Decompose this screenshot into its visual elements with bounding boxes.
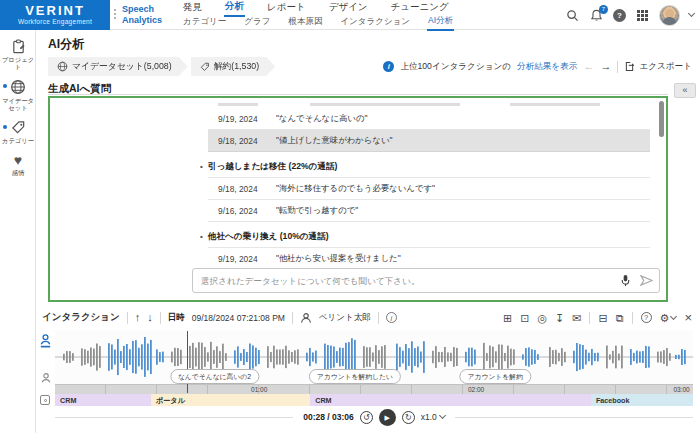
quote-date: 9/19, 2024 <box>218 114 276 124</box>
reason-heading: 他社への乗り換え (10%の通話) <box>208 222 650 247</box>
nav-design[interactable]: デザイン <box>328 0 369 16</box>
nav-report[interactable]: レポート <box>266 0 307 16</box>
next-interaction-icon[interactable]: ↓ <box>147 312 153 323</box>
active-indicator-dot <box>3 84 7 88</box>
save-frame-icon[interactable]: ⊟ <box>598 312 607 324</box>
subnav-ai-analysis[interactable]: AI分析 <box>427 15 454 31</box>
customer-speaker-icon[interactable] <box>40 372 52 384</box>
subnav-categories[interactable]: カテゴリー <box>182 16 227 30</box>
sidebar-item-my-datasets[interactable]: マイデータセット <box>0 70 36 111</box>
timeline-ruler[interactable]: 01:00 02:00 03:00 <box>55 384 693 394</box>
quote-text: "なんでそんなに高いの" <box>276 113 367 124</box>
search-icon[interactable] <box>565 8 580 23</box>
chevron-down-icon <box>439 412 446 419</box>
microphone-icon[interactable] <box>617 273 633 289</box>
attach-data-icon[interactable]: ⊞ <box>503 312 512 324</box>
quote-row-highlighted[interactable]: 9/18, 2024 "値上げした意味がわからない" <box>208 130 650 152</box>
logo-subtitle: Workforce Engagement <box>0 18 110 25</box>
speaker-column <box>36 330 55 404</box>
app-grid-icon[interactable] <box>635 8 650 23</box>
chat-input-box <box>192 268 660 293</box>
chat-input[interactable] <box>193 276 617 286</box>
gear-icon: ⚙ <box>660 312 670 324</box>
channel-segments: CRM ポータル CRM Facebook <box>55 394 693 406</box>
email-icon[interactable]: ✉ <box>572 312 581 324</box>
segment-3[interactable]: Facebook <box>591 394 693 406</box>
quote-date: 9/18, 2024 <box>218 184 276 194</box>
playback-speed-selector[interactable]: x1.0 <box>421 412 445 422</box>
subnav-root-cause[interactable]: 根本原因 <box>287 16 323 30</box>
results-toolbar: i 上位100インタラクションの 分析結果を表示 ← → エクスポート <box>383 57 692 76</box>
user-avatar[interactable] <box>659 5 680 26</box>
collapse-panel-button[interactable]: « <box>674 83 696 98</box>
divider <box>127 312 128 324</box>
previous-interaction-icon[interactable]: ↑ <box>135 312 141 323</box>
segment-2[interactable]: CRM <box>310 394 591 406</box>
prev-arrow-icon[interactable]: ← <box>583 61 594 72</box>
annotation-bubble[interactable]: アカウントを解約 <box>460 369 531 384</box>
product-name: Speech Analytics <box>122 4 162 25</box>
clipped-row <box>210 100 640 107</box>
notifications-bell-icon[interactable]: 7 <box>589 8 604 23</box>
segment-0[interactable]: CRM <box>55 394 151 406</box>
divider <box>292 312 293 324</box>
next-arrow-icon[interactable]: → <box>600 61 611 72</box>
subnav-graph[interactable]: グラフ <box>243 16 271 30</box>
breadcrumb-label: 解約(1,530) <box>214 61 259 73</box>
sidebar-item-label: 感情 <box>0 169 36 176</box>
sidebar-item-projects[interactable]: プロジェクト <box>0 30 36 70</box>
main-navigation: 発見 分析 レポート デザイン チューニング カテゴリー グラフ 根本原因 イン… <box>182 0 471 30</box>
metadata-row-icon[interactable] <box>40 395 50 405</box>
reason-heading: 引っ越しまたは移住 (22%の通話) <box>208 152 650 177</box>
quote-row[interactable]: 9/18, 2024 "海外に移住するのでもう必要ないんです" <box>208 177 650 200</box>
quote-row[interactable]: 9/19, 2024 "他社から安い提案を受けました" <box>208 247 650 270</box>
record-icon[interactable]: ◎ <box>537 312 547 324</box>
chat-answer-list: 9/19, 2024 "なんでそんなに高いの" 9/18, 2024 "値上げし… <box>208 108 650 292</box>
download-icon[interactable]: ↧ <box>555 312 564 324</box>
quote-row[interactable]: 9/19, 2024 "なんでそんなに高いの" <box>208 108 650 130</box>
divider <box>455 417 693 418</box>
agent-speaker-icon[interactable] <box>39 333 52 348</box>
app-window: VERINT Workforce Engagement Speech Analy… <box>0 0 700 433</box>
sidebar-item-label: カテゴリー <box>0 137 36 144</box>
interaction-info-icon[interactable]: i <box>386 312 397 323</box>
nav-tuning[interactable]: チューニング <box>390 0 450 16</box>
quote-text: "他社から安い提案を受けました" <box>276 253 401 264</box>
genai-chat-panel: 9/19, 2024 "なんでそんなに高いの" 9/18, 2024 "値上げし… <box>48 96 668 302</box>
scrollbar[interactable] <box>659 101 664 137</box>
show-results-link[interactable]: 分析結果を表示 <box>517 61 577 73</box>
sidebar-item-categories[interactable]: カテゴリー <box>0 111 36 144</box>
subnav-interactions[interactable]: インタラクション <box>339 16 411 30</box>
send-icon[interactable] <box>638 273 654 289</box>
focus-icon[interactable]: ⊡ <box>520 312 529 324</box>
player-help-icon[interactable]: ? <box>641 312 652 323</box>
segment-1[interactable]: ポータル <box>151 394 311 406</box>
skip-forward-button[interactable]: ↻ <box>402 411 415 424</box>
annotation-bubble[interactable]: アカウントを解約したい <box>309 369 401 384</box>
close-player-icon[interactable]: × <box>684 312 692 324</box>
export-button[interactable]: エクスポート <box>624 61 692 73</box>
datetime-label: 日時 <box>168 312 185 324</box>
player-settings-button[interactable]: ⚙ <box>660 312 677 324</box>
chevron-down-icon[interactable] <box>688 10 695 17</box>
breadcrumb-chip-dataset[interactable]: マイデータセット(5,008) <box>48 57 188 76</box>
breadcrumb-chip-category[interactable]: 解約(1,530) <box>191 57 275 76</box>
app-switch-handle-icon[interactable] <box>114 7 118 23</box>
divider <box>632 312 633 324</box>
quote-date: 9/19, 2024 <box>218 254 276 264</box>
nav-discover[interactable]: 発見 <box>182 0 203 16</box>
playback-controls: 00:28 / 03:06 ↺ ▶ ↻ x1.0 <box>55 407 693 427</box>
skip-back-button[interactable]: ↺ <box>360 411 373 424</box>
sidebar-item-sentiment[interactable]: ♥ 感情 <box>0 144 36 176</box>
export-label: エクスポート <box>639 61 692 73</box>
quote-row[interactable]: 9/16, 2024 "転勤で引っ越すので" <box>208 200 650 222</box>
copy-icon[interactable]: ⧉ <box>616 312 624 324</box>
speed-value: x1.0 <box>421 412 437 422</box>
annotation-bubble[interactable]: なんでそんなに高いの2 <box>170 369 259 384</box>
play-button[interactable]: ▶ <box>379 409 396 426</box>
heart-icon: ♥ <box>0 153 36 167</box>
help-icon[interactable]: ? <box>613 9 626 22</box>
nav-analyze[interactable]: 分析 <box>224 0 245 17</box>
divider <box>617 61 618 73</box>
notification-count-badge: 7 <box>599 5 608 14</box>
